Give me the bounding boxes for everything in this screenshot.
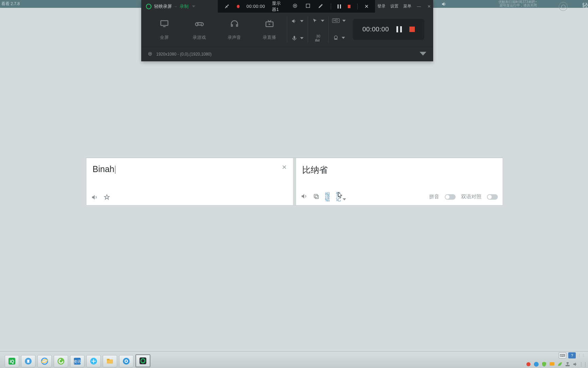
chevron-down-icon [343,198,346,200]
svg-point-13 [150,53,151,54]
mode-fullscreen[interactable]: 全屏 [147,19,182,41]
translate-target-pane: 比纳省 报错 笔记 拼音 双语对照 [296,158,503,205]
recorder-top-time: 00:00:00 [246,4,265,9]
settings-link[interactable]: 设置 [390,3,398,9]
bilingual-toggle[interactable] [487,194,498,200]
translate-source-input[interactable]: Binah [86,158,293,174]
taskbar-app-news[interactable]: 资讯 [70,355,84,367]
taskbar-app-ie[interactable] [37,355,52,367]
mode-live[interactable]: 录直播 [252,19,287,41]
translate-widget: Binah ✕ 比纳省 报错 笔记 拼音 双 [86,157,503,205]
recorder-logo-icon [146,4,151,9]
clear-input-button[interactable]: ✕ [282,164,287,171]
taskbar-app-recorder[interactable] [135,354,150,367]
system-sound-toggle[interactable] [291,18,304,24]
recorder-brand-label: 轻映录屏 [154,3,172,10]
webcam-overlay-toggle[interactable] [333,35,345,41]
recorder-status-text: 1920x1080 - (0,0),(1920,1080) [156,52,212,57]
tray-chat-icon[interactable] [549,362,555,367]
background-app-title: 看看 2.7.8 [1,1,20,7]
divider [357,3,358,10]
svg-rect-35 [566,365,570,366]
stop-button-small[interactable] [348,5,350,8]
copy-button[interactable] [313,193,320,201]
mode-game[interactable]: 录游戏 [182,19,217,41]
taskbar-app-generic[interactable] [86,355,101,367]
taskbar-app-explorer[interactable] [103,355,117,367]
mode-audio[interactable]: 录声音 [217,19,252,41]
help-indicator[interactable]: ? [568,352,576,358]
mode-game-label: 录游戏 [193,34,206,41]
taskbar: ⌨ ? ⋮⋮ iQ 资讯 ⋮⋮ [0,351,588,368]
recorder-right-menu: 登录 设置 菜单 — ✕ [377,0,432,13]
chevron-down-icon [342,37,345,39]
speak-source-button[interactable] [91,194,98,202]
mic-toggle[interactable] [291,35,304,41]
speak-target-button[interactable] [301,193,308,201]
close-button[interactable]: ✕ [426,4,432,9]
menu-link[interactable]: 菜单 [403,3,411,9]
close-controlbar-button[interactable]: ✕ [364,3,369,10]
webcam-icon[interactable] [292,3,298,10]
svg-point-11 [334,36,338,39]
expand-down-icon[interactable] [420,52,426,56]
pause-button[interactable] [396,26,402,32]
tray-record-icon[interactable] [526,362,531,367]
system-volume-icon[interactable] [441,1,447,7]
tray-globe-icon[interactable] [534,362,539,367]
svg-text:iQ: iQ [10,359,14,364]
system-tray: ⋮⋮ [526,362,586,367]
taskbar-app-sogou[interactable] [21,355,35,367]
draw-icon[interactable] [318,3,324,10]
tray-volume-icon[interactable] [573,362,578,367]
monitor-selector[interactable]: 显示器1 [272,0,285,13]
keyboard-indicator[interactable]: ⌨ [559,352,566,358]
tray-network-icon[interactable] [565,362,570,367]
fps-value: 30 [316,34,320,38]
headphones-icon [230,19,239,31]
quality-camera-column: HD [329,13,349,47]
svg-point-1 [294,5,296,7]
taskbar-app-360se[interactable] [54,355,68,367]
recorder-timer-panel: 00:00:00 [353,19,424,40]
pinyin-toggle[interactable] [445,194,456,200]
svg-rect-9 [317,40,318,42]
tray-shield-icon[interactable] [541,362,547,367]
tray-overflow-icon[interactable]: ⋮⋮ [581,362,586,367]
login-link[interactable]: 登录 [377,3,386,9]
quality-toggle[interactable]: HD [332,18,346,23]
recorder-mode-current: 录制 [180,3,189,10]
fps-toggle[interactable]: 30 [315,34,322,42]
taskbar-app-browser2[interactable] [119,355,133,367]
tray-leaf-icon[interactable] [557,362,562,367]
recorder-mode-dropdown[interactable]: 录制 [180,3,195,10]
speaker-mic-column [287,13,308,47]
pin-icon[interactable] [224,3,230,10]
translate-source-pane: Binah ✕ [86,158,293,205]
svg-rect-8 [316,39,317,42]
favorite-button[interactable] [103,194,110,202]
bilingual-label: 双语对照 [461,194,481,200]
minimize-button[interactable]: — [416,4,422,9]
translate-target-text: 比纳省 [296,158,503,175]
taskbar-app-iqiyi[interactable]: iQ [5,355,19,367]
report-error-button[interactable]: 报错 [325,192,330,202]
svg-rect-34 [550,362,554,366]
svg-rect-7 [315,39,316,42]
pane-divider [293,158,296,205]
region-icon[interactable] [305,3,311,10]
recorder-titlebar: 轻映录屏 – 录制 00:00:00 显示器1 [141,0,433,13]
svg-rect-4 [163,26,165,27]
notes-button[interactable]: 笔记 [336,192,346,202]
pinyin-label: 拼音 [429,194,439,200]
stop-button[interactable] [409,27,415,32]
recorder-modes-row: 全屏 录游戏 录声音 录直播 [141,13,433,47]
cursor-capture-toggle[interactable] [312,18,324,24]
screen-recorder-window: 轻映录屏 – 录制 00:00:00 显示器1 [141,0,433,61]
toolbox-grip-icon: ⋮⋮ [578,354,585,356]
chevron-down-icon [192,5,195,7]
svg-rect-37 [567,362,569,364]
target-footer: 报错 笔记 拼音 双语对照 [301,192,498,202]
svg-text:资讯: 资讯 [74,359,81,364]
pause-button-small[interactable] [338,4,341,9]
